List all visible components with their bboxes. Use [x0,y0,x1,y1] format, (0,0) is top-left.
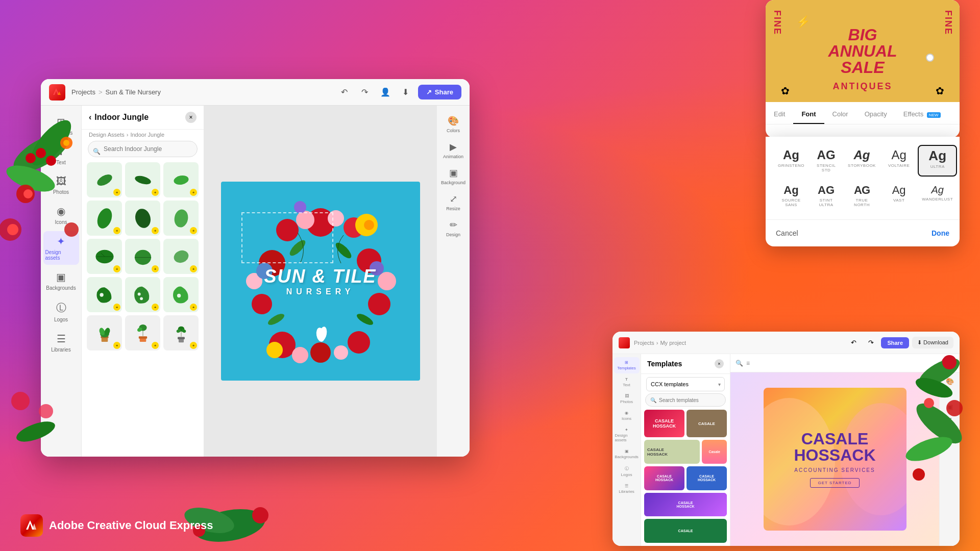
undo-button[interactable]: ↶ [336,84,353,101]
sidebar-item-photos[interactable]: 🖼 Photos [43,171,79,199]
template-thumb-3b[interactable]: CASALEHOSSACK [687,466,727,490]
font-item-storybook[interactable]: Ag STORYBOOK [844,145,880,177]
tab-font[interactable]: Font [793,105,824,124]
template-thumb-1b[interactable]: CASALE [687,410,727,437]
template-sidebar-item-logos[interactable]: Ⓛ Logos [614,463,640,480]
template-sidebar-item-icons[interactable]: ◉ Icons [614,408,640,424]
preview-card-content: CASALE HOSSACK ACCOUNTING SERVICES GET S… [794,431,875,488]
tool-colors[interactable]: 🎨 Colors [439,112,468,137]
asset-item[interactable]: + [125,239,160,274]
asset-search-input[interactable] [88,141,198,157]
template-thumb-2b[interactable]: Casale [702,440,727,464]
sidebar-item-text[interactable]: T Text [43,142,79,169]
preview-tool-design[interactable]: ✏ [945,427,954,438]
template-sidebar-item-templates[interactable]: ⊞ Templates [614,357,640,373]
asset-item[interactable]: + [163,315,199,350]
template-redo-button[interactable]: ↷ [864,336,878,350]
tool-resize[interactable]: ⤢ Resize [439,190,468,215]
sidebar-item-icons[interactable]: ◉ Icons [43,201,79,229]
breadcrumb-project[interactable]: Sun & Tile Nursery [106,88,161,96]
preview-tool-colors[interactable]: 🎨 [944,375,956,387]
template-dropdown[interactable]: CCX templates [646,377,725,391]
redo-button[interactable]: ↷ [357,84,373,101]
sidebar-item-backgrounds[interactable]: ▣ Backgrounds [43,267,79,295]
font-item-true-north[interactable]: AG TRUE NORTH [844,181,880,211]
font-cancel-button[interactable]: Cancel [776,226,798,240]
font-item-stint-ultra[interactable]: AG STINT ULTRA [813,181,840,211]
canvas[interactable]: SUN & TILE NURSERY [221,182,420,381]
template-panel-close-button[interactable]: × [715,359,724,368]
back-arrow-icon[interactable]: ‹ [89,113,91,122]
template-search-icon: 🔍 [650,397,656,403]
template-thumb-1a[interactable]: CASALE HOSSACK [644,410,684,437]
sidebar-item-logos[interactable]: Ⓛ Logos [43,297,79,327]
tool-background[interactable]: ▣ Background [439,164,468,189]
svg-point-31 [172,248,190,264]
font-item-source-sans[interactable]: Ag SOURCE SANS [774,181,808,211]
preview-tool-background[interactable]: ▣ [945,401,955,413]
tool-colors-label: Colors [447,128,460,133]
asset-item[interactable]: + [87,201,122,236]
tab-opacity[interactable]: Opacity [856,105,895,124]
asset-panel-close-button[interactable]: × [185,112,197,123]
sidebar-item-design-assets[interactable]: ✦ Design assets [43,231,79,265]
preview-tool-animation[interactable]: ▶ [945,388,954,400]
template-sidebar-item-design-assets[interactable]: ✦ Design assets [614,424,640,445]
asset-item[interactable]: + [163,277,199,312]
breadcrumb-projects[interactable]: Projects [71,88,95,96]
asset-panel-breadcrumb: Design Assets › Indoor Jungle [82,130,204,141]
sidebar-item-libraries[interactable]: ☰ Libraries [43,329,79,357]
tool-design[interactable]: ✏ Design [439,216,468,241]
template-sidebar-item-libraries[interactable]: ☰ Libraries [614,481,640,497]
asset-item[interactable]: + [87,239,122,274]
template-panel-title: Templates [647,360,682,368]
svg-point-34 [140,297,143,300]
tool-animation[interactable]: ▶ Animation [439,138,468,163]
font-item-ultra[interactable]: Ag ULTRA [918,145,957,177]
tab-color[interactable]: Color [824,105,856,124]
template-breadcrumb: Projects › My project [634,340,686,346]
template-thumb-5[interactable]: CASALE [644,519,727,543]
template-sidebar-item-backgrounds[interactable]: ▣ Backgrounds [614,446,640,462]
asset-item[interactable]: + [125,162,160,197]
font-done-button[interactable]: Done [932,226,949,240]
template-thumb-3a[interactable]: CASALEHOSSACK [644,466,684,490]
font-preview-voltaire: Ag [891,149,906,161]
asset-item[interactable]: + [87,162,122,197]
asset-item[interactable]: + [125,277,160,312]
preview-casale-card: CASALE HOSSACK ACCOUNTING SERVICES GET S… [764,388,906,531]
template-search-input[interactable] [645,393,726,407]
asset-item[interactable]: + [163,239,199,274]
font-item-voltaire[interactable]: Ag VOLTAIRE [884,145,914,177]
asset-item[interactable]: + [125,315,160,350]
asset-item[interactable]: + [87,315,122,350]
font-item-grinsteno[interactable]: Ag GRINSTENO [774,145,808,177]
sidebar-item-templates[interactable]: ⊞ Templates [43,112,79,140]
template-undo-button[interactable]: ↶ [846,336,861,350]
tab-edit[interactable]: Edit [766,105,793,124]
template-download-button[interactable]: ⬇ Download [912,337,953,348]
template-share-button[interactable]: Share [881,337,909,348]
asset-item[interactable]: + [87,277,122,312]
template-thumb-4[interactable]: CASALEHOSSACK [644,493,727,517]
thumb-text: CASALE HOSSACK [651,416,678,431]
font-item-stencil[interactable]: AG STENCIL STD [813,145,840,177]
profile-button[interactable]: 👤 [377,84,394,101]
thumb-text: CASALEHOSSACK [698,474,716,482]
preview-get-started-button[interactable]: GET STARTED [810,478,859,488]
template-thumb-2a[interactable]: CASALE HOSSACK [644,440,700,464]
share-button[interactable]: ↗ Share [418,85,461,99]
template-sidebar-item-photos[interactable]: 🖼 Photos [614,391,640,407]
font-item-vast[interactable]: Ag VAST [884,181,914,211]
download-button[interactable]: ⬇ [398,84,414,101]
asset-item[interactable]: + [125,201,160,236]
font-item-wanderlust[interactable]: Ag WANDERLUST [918,181,957,211]
preview-tool-resize[interactable]: ⤢ [945,414,954,425]
asset-item[interactable]: + [163,162,199,197]
asset-item[interactable]: + [163,201,199,236]
preview-avatar: CH [941,357,954,370]
tab-effects[interactable]: Effects NEW [895,105,949,124]
preview-search-icon: 🔍 [736,360,743,367]
template-sidebar-item-text[interactable]: T Text [614,374,640,390]
background-icon: ▣ [449,167,458,179]
